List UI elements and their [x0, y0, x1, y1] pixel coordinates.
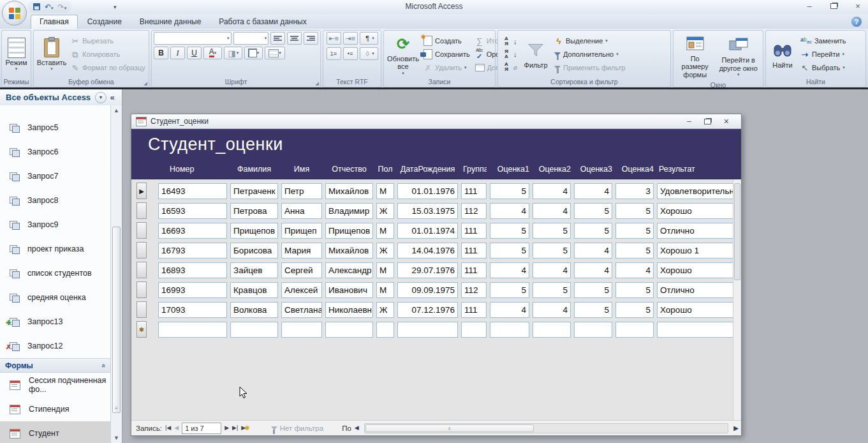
refresh-all-button[interactable]: ⟳ Обновить все▾	[386, 32, 420, 77]
sidebar-item-query[interactable]: средняя оценка	[0, 285, 111, 310]
font-size-select[interactable]: ▾	[233, 32, 269, 45]
field-Оценка2[interactable]: 5	[533, 223, 571, 239]
switch-window-button[interactable]: Перейти в другое окно▾	[716, 33, 761, 78]
record-selector[interactable]	[136, 202, 147, 219]
field-ДатаРождения[interactable]	[397, 322, 458, 338]
restore-button[interactable]	[828, 1, 839, 10]
field-ДатаРождения[interactable]: 09.09.1975	[397, 282, 458, 298]
field-Результат[interactable]: Отлично	[657, 282, 736, 298]
record-selector[interactable]	[136, 282, 147, 298]
field-Отчество[interactable]: Владимир	[325, 203, 373, 219]
field-Результат[interactable]: Отлично	[657, 223, 736, 239]
clipboard-dialog-launcher-icon[interactable]: ◢	[144, 81, 147, 86]
nav-pane-header[interactable]: Все объекты Access ▾ «	[0, 89, 122, 106]
redo-icon[interactable]: ↷▾	[58, 3, 67, 11]
first-record-button[interactable]: |◀	[165, 425, 171, 431]
filter-status[interactable]: Нет фильтра	[271, 424, 324, 432]
sidebar-item-form[interactable]: Сессия подчиненная фо...	[0, 373, 111, 397]
copy-button[interactable]: ⧉Копировать	[69, 49, 147, 61]
field-Оценка3[interactable]: 5	[574, 203, 612, 219]
nav-pane-menu-icon[interactable]: ▾	[95, 92, 107, 103]
field-ДатаРождения[interactable]: 01.01.1976	[397, 183, 458, 199]
field-Оценка3[interactable]: 4	[574, 262, 612, 278]
goto-button[interactable]: ➝Перейти▾	[798, 49, 848, 61]
record-position[interactable]: 1 из 7	[182, 423, 221, 434]
field-Оценка4[interactable]: 5	[615, 223, 654, 239]
view-mode-button[interactable]: Режим▾	[1, 36, 33, 73]
sidebar-item-query[interactable]: Запрос8	[0, 188, 111, 213]
increase-indent-button[interactable]: ⇥≡	[343, 32, 358, 45]
field-Оценка3[interactable]	[574, 322, 612, 338]
record-selector[interactable]	[136, 262, 147, 278]
previous-record-button[interactable]: ◀	[174, 425, 179, 431]
field-Оценка3[interactable]: 5	[574, 223, 612, 239]
sidebar-item-query[interactable]: проект приказа	[0, 237, 111, 261]
sidebar-group-forms[interactable]: Формы«	[0, 358, 111, 373]
field-Имя[interactable]: Сергей	[281, 262, 322, 278]
field-Номер[interactable]: 16593	[158, 203, 227, 219]
field-Оценка1[interactable]: 4	[490, 203, 529, 219]
select-button[interactable]: ↖Выбрать▾	[798, 62, 848, 74]
field-Имя[interactable]	[281, 322, 322, 338]
field-ДатаРождения[interactable]: 14.04.1976	[397, 243, 458, 259]
field-Группа[interactable]: 111	[461, 183, 487, 199]
field-Фамилия[interactable]	[230, 322, 278, 338]
field-Оценка2[interactable]: 5	[533, 282, 571, 298]
sidebar-item-query[interactable]: список студентов	[0, 261, 111, 285]
field-Оценка2[interactable]: 4	[533, 203, 571, 219]
field-Отчество[interactable]: Иванович	[325, 282, 373, 298]
align-left-button[interactable]	[270, 32, 285, 45]
field-Группа[interactable]: 111	[461, 302, 487, 318]
undo-icon[interactable]: ↶▾	[45, 3, 54, 11]
font-color-button[interactable]: А▾	[203, 47, 222, 59]
field-Имя[interactable]: Мария	[281, 243, 322, 259]
selection-filter-button[interactable]: ϟВыделение▾	[552, 35, 628, 47]
sort-descending-button[interactable]: ЯА↓	[500, 49, 519, 61]
field-Оценка1[interactable]: 5	[490, 223, 529, 239]
field-Оценка4[interactable]: 3	[615, 183, 654, 199]
underline-button[interactable]: U	[187, 47, 202, 59]
field-ДатаРождения[interactable]: 15.03.1975	[397, 203, 458, 219]
paste-button[interactable]: Вставить▾	[36, 36, 68, 73]
field-Пол[interactable]: М	[376, 223, 394, 239]
search-box-label[interactable]: По	[342, 424, 351, 432]
clear-sort-button[interactable]: АЯ⌀	[500, 61, 519, 73]
record-selector[interactable]	[136, 242, 147, 259]
field-Оценка1[interactable]: 5	[490, 282, 529, 298]
field-Группа[interactable]: 112	[461, 282, 487, 298]
field-Номер[interactable]	[158, 322, 227, 338]
field-Оценка3[interactable]: 5	[574, 302, 612, 318]
replace-button[interactable]: abacЗаменить	[798, 35, 848, 47]
close-button[interactable]: ×	[853, 1, 863, 10]
field-Результат[interactable]: Удовлетворительн	[657, 183, 736, 199]
italic-button[interactable]: I	[170, 47, 185, 59]
sidebar-item-query[interactable]: Запрос6	[0, 140, 111, 164]
alternate-fill-button[interactable]: ▾	[265, 47, 285, 59]
shutter-bar-icon[interactable]: «	[107, 93, 118, 102]
sidebar-item-query[interactable]: ✚Запрос13	[0, 310, 111, 334]
field-Фамилия[interactable]: Петраченк	[230, 183, 278, 199]
save-icon[interactable]	[33, 3, 40, 10]
field-Оценка1[interactable]: 5	[490, 243, 529, 259]
font-name-select[interactable]: ▾	[154, 32, 232, 45]
office-button[interactable]	[2, 1, 27, 26]
next-record-button[interactable]: ▶	[224, 425, 229, 431]
field-Отчество[interactable]: Александр	[325, 262, 373, 278]
field-Группа[interactable]	[461, 322, 487, 338]
sort-ascending-button[interactable]: АЯ↓	[500, 36, 519, 48]
field-Оценка4[interactable]: 5	[615, 302, 654, 318]
field-Группа[interactable]: 111	[461, 223, 487, 239]
last-record-button[interactable]: ▶|	[232, 425, 238, 431]
scroll-down-icon[interactable]: ▼	[111, 435, 122, 441]
field-Оценка2[interactable]: 4	[533, 183, 571, 199]
field-Отчество[interactable]: Михайлов	[325, 183, 373, 199]
delete-record-button[interactable]: ✗Удалить▾	[422, 62, 472, 74]
font-dialog-launcher-icon[interactable]: ◢	[316, 81, 319, 86]
sidebar-item-query[interactable]: Запрос5	[0, 116, 111, 140]
field-Номер[interactable]: 17093	[158, 302, 227, 318]
field-Номер[interactable]: 16693	[158, 223, 227, 239]
field-Результат[interactable]: Хорошо	[657, 203, 736, 219]
tab-home[interactable]: Главная	[31, 15, 78, 29]
field-Оценка2[interactable]: 4	[533, 302, 571, 318]
field-Оценка4[interactable]: 5	[615, 282, 654, 298]
